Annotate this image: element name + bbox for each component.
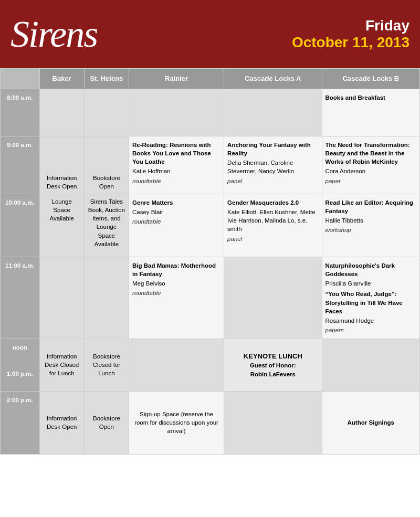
time-10am: 10:00 a.m.	[1, 194, 40, 257]
row-10am: 10:00 a.m. Lounge Space Available Sirens…	[1, 194, 420, 257]
header-day: Friday	[292, 17, 410, 34]
page-header: Sirens Friday October 11, 2013	[0, 0, 420, 68]
schedule-table: Baker St. Helens Rainier Cascade Locks A…	[0, 68, 420, 455]
baker-8am	[39, 89, 84, 136]
rainier-8am	[129, 89, 224, 136]
rainier-9am: Re-Reading: Reunions with Books You Love…	[129, 136, 224, 194]
header-date: Friday October 11, 2013	[292, 17, 410, 51]
col-header-baker: Baker	[39, 69, 84, 89]
cascade-b-10am: Read Like an Editor: Acquiring Fantasy H…	[322, 194, 419, 257]
cascade-a-8am	[224, 89, 322, 136]
row-2pm: 2:00 p.m. Information Desk Open Bookstor…	[1, 391, 420, 454]
col-header-rainier: Rainier	[129, 69, 224, 89]
cascade-b-8am: Books and Breakfast	[322, 89, 419, 136]
baker-2pm: Information Desk Open	[39, 391, 84, 454]
row-noon: noon Information Desk Closed for Lunch B…	[1, 339, 420, 365]
col-header-cascade-a: Cascade Locks A	[224, 69, 322, 89]
sthelens-noon: Bookstore Closed for Lunch	[84, 339, 129, 391]
cascade-b-noon	[322, 339, 419, 391]
rainier-10am: Genre Matters Casey Blair roundtable	[129, 194, 224, 257]
col-header-time	[1, 69, 40, 89]
baker-9am: Information Desk Open	[39, 136, 84, 194]
sthelens-8am	[84, 89, 129, 136]
sthelens-2pm: Bookstore Open	[84, 391, 129, 454]
row-11am: 11:00 a.m. Big Bad Mamas: Motherhood in …	[1, 257, 420, 339]
time-noon: noon	[1, 339, 40, 365]
row-9am: 9:00 a.m. Information Desk Open Bookstor…	[1, 136, 420, 194]
cascade-a-9am: Anchoring Your Fantasy with Reality Deli…	[224, 136, 322, 194]
baker-noon: Information Desk Closed for Lunch	[39, 339, 84, 391]
baker-10am: Lounge Space Available	[39, 194, 84, 257]
cascade-a-11am	[224, 257, 322, 339]
sthelens-9am: Bookstore Open	[84, 136, 129, 194]
col-header-sthelens: St. Helens	[84, 69, 129, 89]
row-8am: 8:00 a.m. Books and Breakfast	[1, 89, 420, 136]
sthelens-11am	[84, 257, 129, 339]
logo: Sirens	[10, 15, 97, 53]
time-11am: 11:00 a.m.	[1, 257, 40, 339]
time-2pm: 2:00 p.m.	[1, 391, 40, 454]
time-9am: 9:00 a.m.	[1, 136, 40, 194]
rainier-11am: Big Bad Mamas: Motherhood in Fantasy Meg…	[129, 257, 224, 339]
cascade-b-11am: Naturphilosophie's Dark Goddesses Prisci…	[322, 257, 419, 339]
col-header-cascade-b: Cascade Locks B	[322, 69, 419, 89]
rainier-noon	[129, 339, 224, 391]
cascade-b-9am: The Need for Transformation: Beauty and …	[322, 136, 419, 194]
header-row: Baker St. Helens Rainier Cascade Locks A…	[1, 69, 420, 89]
sthelens-10am: Sirens Tales Book, Auction Items, and Lo…	[84, 194, 129, 257]
header-date-text: October 11, 2013	[292, 34, 410, 51]
rainier-2pm: Sign-up Space (reserve the room for disc…	[129, 391, 224, 454]
cascade-a-2pm	[224, 391, 322, 454]
books-breakfast-title: Books and Breakfast	[326, 93, 416, 102]
baker-11am	[39, 257, 84, 339]
cascade-a-keynote: KEYNOTE LUNCH Guest of Honor: Robin LaFe…	[224, 339, 322, 391]
time-8am: 8:00 a.m.	[1, 89, 40, 136]
cascade-b-2pm: Author Signings	[322, 391, 419, 454]
cascade-a-10am: Gender Masquerades 2.0 Kate Elliott, Ell…	[224, 194, 322, 257]
time-1pm: 1:00 p.m.	[1, 365, 40, 391]
